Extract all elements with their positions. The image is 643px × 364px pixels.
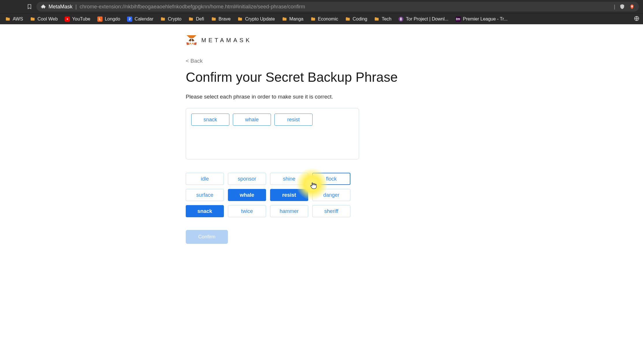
bookmark-label: Cool Web: [38, 16, 58, 22]
bookmark-item[interactable]: Coding: [343, 15, 369, 23]
bookmark-label: Tech: [382, 16, 391, 22]
word-option-chip[interactable]: surface: [186, 189, 224, 201]
bookmark-label: Crypto: [168, 16, 181, 22]
word-option-chip[interactable]: hammer: [270, 205, 308, 217]
svg-marker-7: [189, 38, 191, 41]
svg-marker-8: [192, 38, 194, 41]
word-option-chip[interactable]: twice: [228, 205, 266, 217]
word-option-chip[interactable]: whale: [228, 189, 266, 201]
address-url: chrome-extension://nkbihfbeogaeaoehlefnk…: [80, 4, 305, 10]
address-row: MetaMask | chrome-extension://nkbihfbeog…: [0, 0, 643, 13]
svg-marker-11: [187, 35, 196, 38]
confirm-button[interactable]: Confirm: [186, 230, 228, 244]
svg-marker-9: [189, 42, 191, 44]
metamask-fox-icon: [186, 35, 197, 46]
bookmark-item[interactable]: 2Calendar: [125, 15, 155, 23]
page-title: Confirm your Secret Backup Phrase: [186, 69, 457, 85]
selected-word-chip[interactable]: whale: [233, 114, 271, 126]
bookmark-item[interactable]: AWS: [3, 15, 25, 23]
shield-icon[interactable]: [619, 4, 625, 10]
back-link[interactable]: < Back: [186, 58, 203, 64]
browser-chrome: MetaMask | chrome-extension://nkbihfbeog…: [0, 0, 643, 24]
bookmark-label: Tor Project | Downl...: [406, 16, 448, 22]
bookmark-label: Manga: [289, 16, 304, 22]
address-separator: |: [75, 4, 77, 10]
bookmarks-bar: AWSCool WebYouTubeLLongdo2CalendarCrypto…: [0, 13, 643, 24]
bookmark-outline-icon[interactable]: [27, 4, 32, 10]
bookmark-label: Calendar: [135, 16, 153, 22]
bookmark-label: Brave: [219, 16, 231, 22]
metamask-logo-row: METAMASK: [186, 35, 457, 46]
bookmark-item[interactable]: Tech: [372, 15, 393, 23]
word-options-grid: idlesponsorshineflocksurfacewhaleresistd…: [186, 173, 457, 217]
bookmark-item[interactable]: Brave: [209, 15, 233, 23]
bookmark-label: AWS: [13, 16, 23, 22]
bookmark-item[interactable]: Tor Project | Downl...: [397, 15, 450, 23]
bookmark-label: YouTube: [72, 16, 90, 22]
bookmark-label: Crypto Update: [245, 16, 275, 22]
bookmark-label: Premier League - Tr...: [463, 16, 508, 22]
bookmark-label: Defi: [196, 16, 204, 22]
bookmark-item[interactable]: Cool Web: [28, 15, 60, 23]
page-content: METAMASK < Back Confirm your Secret Back…: [0, 24, 643, 364]
svg-marker-12: [191, 44, 192, 45]
word-option-chip[interactable]: snack: [186, 205, 224, 217]
bookmark-item[interactable]: Crypto Update: [236, 15, 276, 23]
brave-lion-icon[interactable]: [629, 4, 635, 10]
svg-marker-13: [190, 41, 191, 42]
word-option-chip[interactable]: danger: [312, 189, 350, 201]
bookmark-item[interactable]: LLongdo: [96, 15, 122, 23]
bookmark-label: Coding: [353, 16, 367, 22]
svg-marker-5: [194, 42, 197, 45]
metamask-wordmark: METAMASK: [201, 37, 252, 44]
word-option-chip[interactable]: shine: [270, 173, 308, 185]
selected-word-chip[interactable]: resist: [274, 114, 313, 126]
bookmark-label: Economic: [318, 16, 338, 22]
bookmark-item[interactable]: Manga: [280, 15, 305, 23]
svg-marker-10: [192, 42, 194, 44]
page-subtitle: Please select each phrase in order to ma…: [186, 94, 457, 100]
svg-marker-6: [186, 42, 189, 45]
address-title: MetaMask: [49, 4, 73, 10]
word-option-chip[interactable]: idle: [186, 173, 224, 185]
selected-words-box: snackwhaleresist: [186, 108, 359, 159]
bookmark-item[interactable]: YouTube: [63, 15, 92, 23]
word-option-chip[interactable]: flock: [312, 173, 350, 185]
selected-word-chip[interactable]: snack: [191, 114, 229, 126]
globe-icon[interactable]: [634, 16, 640, 21]
bookmark-item[interactable]: tmPremier League - Tr...: [454, 15, 510, 23]
bookmark-item[interactable]: Crypto: [159, 15, 183, 23]
extension-icon: [40, 4, 46, 9]
address-bar[interactable]: MetaMask | chrome-extension://nkbihfbeog…: [36, 2, 639, 12]
bookmark-item[interactable]: Economic: [309, 15, 340, 23]
bookmark-label: Longdo: [105, 16, 120, 22]
word-option-chip[interactable]: resist: [270, 189, 308, 201]
word-option-chip[interactable]: sponsor: [228, 173, 266, 185]
address-right-separator: |: [614, 4, 615, 10]
word-option-chip[interactable]: sheriff: [312, 205, 350, 217]
svg-marker-14: [192, 41, 193, 42]
bookmark-item[interactable]: Defi: [187, 15, 206, 23]
